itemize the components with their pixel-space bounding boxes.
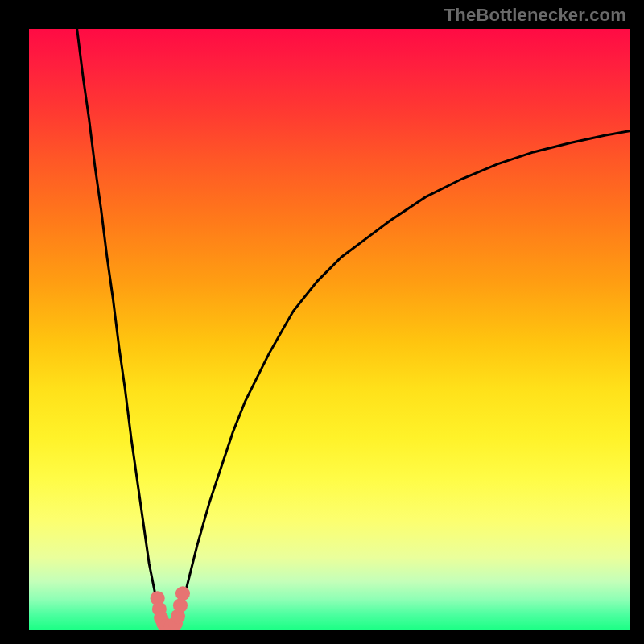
marker-dot	[173, 598, 188, 613]
curve-layer	[29, 29, 630, 630]
curve-left-branch	[77, 29, 164, 630]
marker-dot	[175, 586, 190, 601]
curve-right-branch	[176, 131, 630, 630]
plot-area	[29, 29, 630, 630]
watermark-text: TheBottlenecker.com	[444, 5, 626, 26]
marker-group	[151, 586, 190, 630]
chart-frame: TheBottlenecker.com	[0, 0, 644, 644]
